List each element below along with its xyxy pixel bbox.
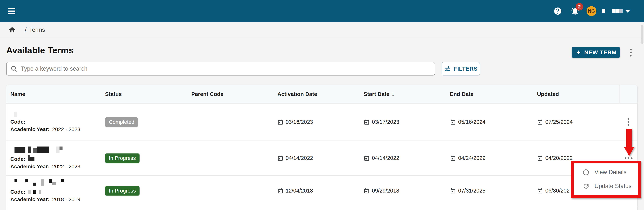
table-row: Code: Academic Year:2018 - 2019 In Progr… (6, 176, 638, 206)
view-details-label: View Details (594, 169, 626, 176)
view-details-menu-item[interactable]: View Details (574, 166, 638, 178)
help-icon[interactable] (554, 7, 562, 15)
row-kebab-menu-open-icon[interactable] (623, 156, 634, 160)
hamburger-menu-icon[interactable] (8, 8, 15, 14)
redacted-code-block (28, 155, 34, 161)
update-status-clock-icon (582, 183, 590, 190)
row-context-menu: View Details Update Status (574, 163, 638, 195)
column-header-updated[interactable]: Updated (537, 85, 620, 103)
column-header-name[interactable]: Name (6, 85, 105, 103)
sort-arrow-down-icon[interactable]: ↓ (392, 91, 394, 97)
parent-code-cell (191, 176, 277, 206)
new-term-button[interactable]: NEW TERM (572, 47, 620, 58)
redacted-text-block (619, 9, 623, 13)
calendar-icon (450, 155, 456, 161)
search-icon (10, 65, 18, 72)
calendar-icon (277, 155, 284, 161)
topbar-actions: 2 NG (554, 0, 630, 22)
name-cell: Code: Academic Year:2018 - 2019 (6, 176, 105, 206)
academic-year-label: Academic Year: (10, 164, 50, 170)
academic-year-value: 2022 - 2023 (52, 126, 80, 132)
end-date-cell: 05/16/2024 (450, 104, 537, 140)
redacted-text-block (616, 9, 619, 13)
filters-button[interactable]: FILTERS (442, 62, 480, 76)
update-status-menu-item[interactable]: Update Status (574, 180, 638, 192)
calendar-icon (364, 119, 370, 125)
page-kebab-menu-icon[interactable] (628, 47, 634, 58)
status-badge: In Progress (105, 153, 140, 163)
redacted-name-block (10, 112, 105, 117)
redacted-text-block (602, 9, 605, 13)
table-row: Code: Academic Year:2022 - 2023 Complete… (6, 104, 638, 141)
terms-admin-page: 2 NG / Terms Available Terms NEW TERM (0, 0, 644, 210)
parent-code-cell (191, 141, 277, 175)
info-icon (582, 169, 590, 176)
column-header-parent-code[interactable]: Parent Code (191, 85, 277, 103)
redacted-name-block (10, 179, 105, 188)
calendar-icon (364, 155, 370, 161)
name-cell: Code: Academic Year:2022 - 2023 (6, 104, 105, 140)
calendar-icon (537, 119, 543, 125)
vertical-scrollbar-thumb[interactable] (641, 25, 644, 44)
redacted-text-block (612, 9, 616, 13)
table-header-row: Name Status Parent Code Activation Date … (6, 85, 638, 104)
end-date-cell: 07/31/2025 (450, 176, 537, 206)
page-title: Available Terms (6, 45, 74, 55)
status-cell: In Progress (105, 141, 191, 175)
breadcrumb-separator: / (25, 26, 26, 33)
redacted-name-block (10, 146, 105, 154)
status-badge: Completed (105, 117, 138, 127)
terms-table: Name Status Parent Code Activation Date … (6, 85, 638, 210)
home-icon[interactable] (8, 26, 16, 34)
row-kebab-menu-icon[interactable] (626, 117, 631, 127)
column-header-actions (620, 85, 638, 103)
new-term-button-label: NEW TERM (584, 49, 616, 56)
academic-year-label: Academic Year: (10, 126, 50, 132)
redacted-code-block (28, 190, 41, 194)
calendar-icon (277, 119, 284, 125)
calendar-icon (277, 188, 284, 194)
top-app-bar: 2 NG (0, 0, 644, 22)
bell-icon[interactable]: 2 (571, 7, 580, 15)
parent-code-cell (191, 104, 277, 140)
updated-date-cell: 07/25/2024 (537, 104, 620, 140)
calendar-icon (537, 188, 543, 194)
status-cell: Completed (105, 104, 191, 140)
code-label: Code: (10, 119, 25, 125)
name-cell: Code: Academic Year:2022 - 2023 (6, 141, 105, 175)
filters-button-label: FILTERS (454, 66, 478, 72)
column-header-activation-date[interactable]: Activation Date (277, 85, 364, 103)
code-label: Code: (10, 156, 25, 162)
start-date-cell: 09/29/2018 (364, 176, 450, 206)
status-cell: In Progress (105, 176, 191, 206)
activation-date-cell: 04/14/2022 (277, 141, 364, 175)
search-input[interactable] (21, 65, 431, 72)
academic-year-value: 2018 - 2019 (52, 197, 80, 203)
notification-count-badge: 2 (576, 3, 583, 10)
row-actions-cell (620, 104, 638, 140)
calendar-icon (364, 188, 370, 194)
search-box (6, 62, 435, 76)
avatar[interactable]: NG (586, 6, 596, 16)
table-row (6, 206, 638, 210)
update-status-label: Update Status (594, 183, 632, 190)
start-date-cell: 04/14/2022 (364, 141, 450, 175)
breadcrumb: / Terms (0, 22, 644, 38)
calendar-icon (450, 188, 456, 194)
column-header-end-date[interactable]: End Date (450, 85, 537, 103)
column-header-start-date[interactable]: Start Date ↓ (364, 85, 450, 103)
chevron-down-icon[interactable] (625, 10, 630, 12)
academic-year-value: 2022 - 2023 (52, 164, 80, 170)
end-date-cell: 04/24/2029 (450, 141, 537, 175)
calendar-icon (537, 155, 543, 161)
calendar-icon (450, 119, 456, 125)
activation-date-cell: 12/04/2018 (277, 176, 364, 206)
activation-date-cell: 03/16/2023 (277, 104, 364, 140)
tune-filter-icon (444, 65, 451, 72)
status-badge: In Progress (105, 186, 140, 196)
column-header-status[interactable]: Status (105, 85, 191, 103)
academic-year-label: Academic Year: (10, 197, 50, 203)
start-date-cell: 03/17/2023 (364, 104, 450, 140)
code-label: Code: (10, 189, 25, 195)
breadcrumb-current: Terms (29, 26, 45, 33)
